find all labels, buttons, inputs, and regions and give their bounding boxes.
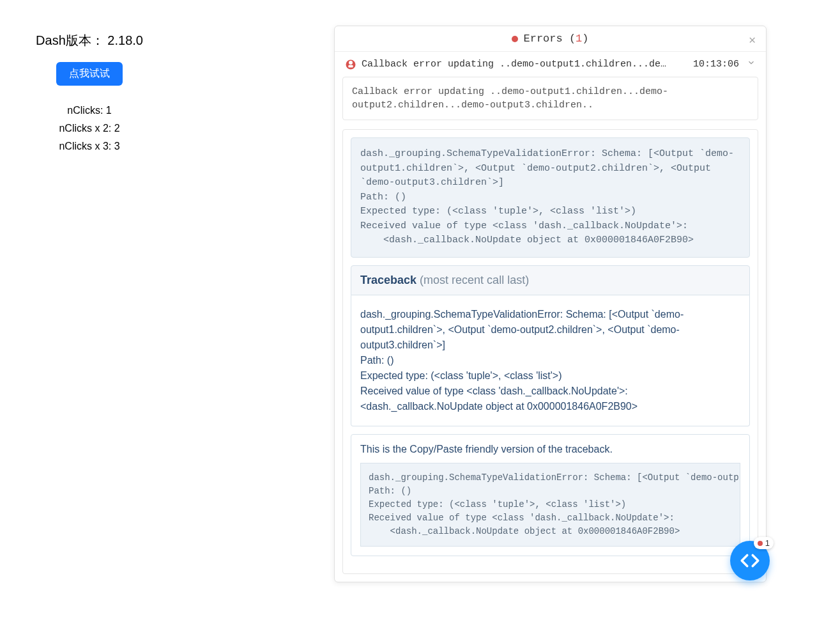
errors-title-prefix: Errors ( (523, 33, 576, 45)
demo-output1: nClicks: 1 (0, 105, 179, 116)
version-label-text: Dash版本： (36, 33, 104, 47)
error-panel-header: Errors (1) ✕ (335, 26, 766, 51)
traceback-header: Traceback (most recent call last) (351, 265, 750, 295)
errors-count: 1 (576, 33, 582, 45)
demo-output2: nClicks x 2: 2 (0, 123, 179, 134)
error-panel: Errors (1) ✕ Callback error updating ..d… (334, 26, 767, 582)
errors-title-suffix: ) (582, 33, 588, 45)
copypaste-body[interactable]: dash._grouping.SchemaTypeValidationError… (360, 463, 740, 547)
traceback-label: Traceback (360, 274, 416, 286)
traceback-sublabel: (most recent call last) (420, 274, 529, 286)
error-item-title: Callback error updating ..demo-output1.c… (362, 59, 685, 70)
demo-app-panel: Dash版本： 2.18.0 点我试试 nClicks: 1 nClicks x… (0, 32, 179, 159)
code-icon (739, 550, 761, 572)
demo-output3: nClicks x 3: 3 (0, 141, 179, 152)
error-item-time: 10:13:06 (693, 59, 739, 70)
error-full-message: Callback error updating ..demo-output1.c… (342, 77, 758, 120)
schema-error-box: dash._grouping.SchemaTypeValidationError… (351, 137, 750, 258)
devtools-fab[interactable]: 1 (730, 541, 770, 580)
copypaste-title: This is the Copy/Paste friendly version … (360, 444, 740, 455)
copypaste-section: This is the Copy/Paste friendly version … (351, 434, 750, 556)
badge-count: 1 (765, 538, 770, 548)
chevron-down-icon[interactable] (747, 58, 756, 70)
svg-rect-2 (348, 65, 353, 67)
error-item-header[interactable]: Callback error updating ..demo-output1.c… (335, 51, 766, 77)
error-detail-scroll[interactable]: dash._grouping.SchemaTypeValidationError… (342, 129, 758, 574)
error-body: Callback error updating ..demo-output1.c… (335, 77, 766, 582)
svg-point-1 (349, 61, 353, 65)
version-value: 2.18.0 (107, 33, 143, 47)
close-icon[interactable]: ✕ (749, 33, 756, 47)
devtools-fab-badge: 1 (754, 537, 774, 549)
demo-button[interactable]: 点我试试 (56, 62, 123, 86)
traceback-body: dash._grouping.SchemaTypeValidationError… (351, 295, 750, 426)
badge-dot-icon (758, 541, 763, 546)
error-dot-icon (512, 36, 518, 42)
version-label: Dash版本： 2.18.0 (0, 32, 179, 49)
bug-icon (345, 59, 356, 70)
